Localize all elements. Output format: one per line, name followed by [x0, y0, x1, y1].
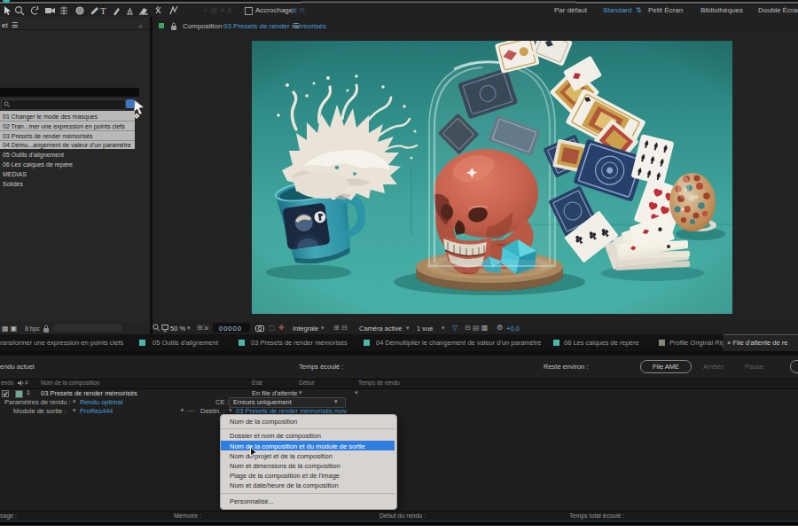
- svg-text:T: T: [100, 5, 106, 16]
